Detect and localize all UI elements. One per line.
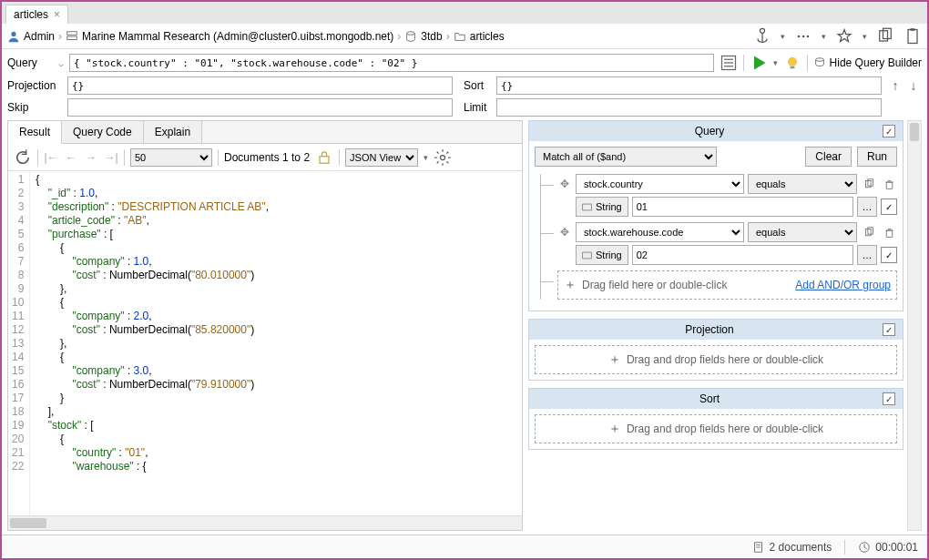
sort-panel: Sort ✓ ＋ Drag and drop fields here or do… [528, 388, 903, 450]
star-icon[interactable] [835, 27, 853, 46]
query-input[interactable] [69, 54, 714, 72]
skip-limit-row: Skip Limit ↑↓ [2, 98, 927, 120]
chevron-down-icon[interactable]: ⌵ [58, 58, 64, 68]
value-input[interactable] [632, 197, 853, 217]
page-size-select[interactable]: 50 [130, 148, 212, 167]
copy-icon[interactable] [876, 27, 894, 46]
tab-result[interactable]: Result [8, 121, 62, 144]
run-icon[interactable] [750, 54, 768, 72]
result-toolbar: |← ← → →| 50 Documents 1 to 2 JSON View … [8, 144, 522, 171]
gear-icon[interactable] [434, 148, 452, 167]
projection-panel: Projection ✓ ＋ Drag and drop fields here… [528, 319, 903, 381]
user-icon [7, 30, 20, 43]
status-bar: 2 documents 00:00:01 [2, 535, 927, 558]
plus-icon: ＋ [608, 351, 621, 368]
operator-select[interactable]: equals [748, 222, 857, 242]
collection-crumb[interactable]: articles [454, 30, 505, 43]
ellipsis-button[interactable]: … [857, 245, 877, 265]
svg-rect-23 [583, 204, 592, 210]
lock-icon[interactable] [315, 148, 333, 167]
folder-icon [454, 30, 466, 43]
panel-toggle-check[interactable]: ✓ [883, 125, 895, 137]
delete-icon[interactable] [881, 176, 897, 192]
view-mode-select[interactable]: JSON View [345, 148, 418, 167]
svg-rect-11 [911, 28, 915, 31]
editor-tab[interactable]: articles × [5, 5, 68, 24]
last-page-icon[interactable]: →| [104, 151, 118, 164]
delete-icon[interactable] [881, 224, 897, 240]
query-row: Query ⌵ ▾ Hide Query Builder [2, 49, 927, 76]
sort-asc-icon[interactable]: ↑ [887, 77, 903, 94]
condition-drop-zone[interactable]: ＋Drag field here or double-clickAdd AND/… [557, 270, 897, 300]
builder-icon [813, 56, 826, 69]
field-select[interactable]: stock.country [576, 174, 744, 194]
match-mode-select[interactable]: Match all of ($and) [535, 147, 717, 167]
docs-range: Documents 1 to 2 [224, 151, 310, 164]
query-options-icon[interactable] [720, 54, 738, 72]
sort-input[interactable] [496, 76, 882, 95]
duplicate-icon[interactable] [861, 224, 877, 240]
svg-rect-17 [790, 66, 794, 69]
svg-point-3 [407, 31, 415, 35]
server-icon [66, 30, 78, 43]
type-chip[interactable]: String [576, 245, 628, 265]
result-tabs: Result Query Code Explain [8, 121, 522, 144]
doc-count: 2 documents [770, 541, 832, 554]
condition-row: ✥stock.warehouse.codeequals✥String…✓ [541, 222, 897, 265]
connection-crumb[interactable]: Marine Mammal Research (Admin@cluster0.u… [66, 30, 393, 43]
first-page-icon[interactable]: |← [44, 151, 58, 164]
close-icon[interactable]: × [54, 8, 60, 21]
svg-point-4 [761, 28, 765, 33]
sort-desc-icon[interactable]: ↓ [905, 77, 922, 94]
panel-title: Projection [536, 323, 883, 336]
value-enabled-check[interactable]: ✓ [881, 247, 897, 263]
duplicate-icon[interactable] [861, 176, 877, 192]
svg-point-5 [798, 35, 801, 37]
hide-query-builder-button[interactable]: Hide Query Builder [813, 56, 922, 69]
operator-select[interactable]: equals [748, 174, 857, 194]
database-crumb[interactable]: 3tdb [404, 30, 442, 43]
ellipsis-button[interactable]: … [857, 197, 877, 217]
svg-rect-19 [320, 156, 329, 163]
svg-point-6 [802, 35, 805, 37]
anchor-icon[interactable] [753, 27, 771, 46]
refresh-icon[interactable] [14, 148, 32, 167]
tab-label: articles [14, 8, 48, 21]
sort-drop-zone[interactable]: ＋ Drag and drop fields here or double-cl… [535, 414, 897, 443]
prev-page-icon[interactable]: ← [64, 151, 78, 164]
horizontal-scrollbar[interactable] [8, 515, 522, 530]
panel-toggle-check[interactable]: ✓ [883, 392, 895, 405]
value-input[interactable] [632, 245, 853, 265]
type-chip[interactable]: String [576, 197, 628, 217]
plus-icon: ＋ [564, 277, 577, 293]
projection-input[interactable] [67, 76, 453, 95]
add-group-link[interactable]: Add AND/OR group [795, 279, 891, 291]
field-select[interactable]: stock.warehouse.code [576, 222, 744, 242]
json-viewer[interactable]: 12345678910111213141516171819202122 { "_… [8, 171, 522, 515]
result-pane: Result Query Code Explain |← ← → →| 50 D… [7, 120, 523, 531]
next-page-icon[interactable]: → [84, 151, 98, 164]
skip-label: Skip [7, 101, 62, 114]
drag-handle-icon[interactable]: ✥ [557, 177, 572, 191]
bulb-icon[interactable] [783, 54, 801, 72]
run-button[interactable]: Run [857, 147, 897, 167]
tab-query-code[interactable]: Query Code [62, 121, 144, 143]
user-crumb[interactable]: Admin [7, 30, 55, 43]
more-icon[interactable] [794, 27, 812, 46]
panel-title: Query [536, 125, 883, 137]
paste-icon[interactable] [903, 27, 922, 46]
database-icon [404, 30, 417, 43]
projection-drop-zone[interactable]: ＋ Drag and drop fields here or double-cl… [535, 345, 897, 374]
svg-point-7 [807, 35, 810, 37]
drag-handle-icon[interactable]: ✥ [557, 225, 572, 239]
clear-button[interactable]: Clear [805, 147, 852, 167]
value-enabled-check[interactable]: ✓ [881, 199, 897, 215]
svg-point-0 [11, 31, 15, 36]
skip-input[interactable] [67, 98, 453, 117]
svg-point-16 [788, 57, 797, 66]
panel-toggle-check[interactable]: ✓ [883, 323, 895, 336]
tab-explain[interactable]: Explain [144, 121, 202, 143]
limit-input[interactable] [496, 98, 882, 117]
svg-rect-2 [67, 36, 77, 40]
vertical-scrollbar[interactable] [907, 120, 922, 531]
